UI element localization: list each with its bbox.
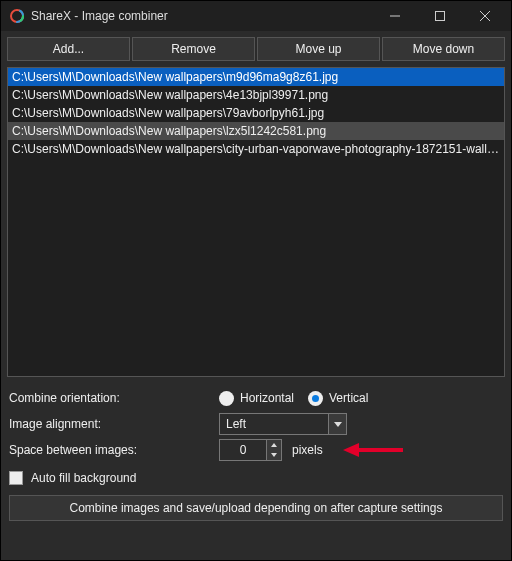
radio-label: Vertical <box>329 391 368 405</box>
annotation-arrow-icon <box>343 440 403 460</box>
radio-label: Horizontal <box>240 391 294 405</box>
checkbox-icon <box>9 471 23 485</box>
minimize-button[interactable] <box>372 1 417 31</box>
window-title: ShareX - Image combiner <box>31 9 372 23</box>
list-item[interactable]: C:\Users\M\Downloads\New wallpapers\m9d9… <box>8 68 504 86</box>
move-down-button[interactable]: Move down <box>382 37 505 61</box>
move-up-button[interactable]: Move up <box>257 37 380 61</box>
orientation-vertical-radio[interactable]: Vertical <box>308 391 368 406</box>
list-item[interactable]: C:\Users\M\Downloads\New wallpapers\lzx5… <box>8 122 504 140</box>
autofill-label: Auto fill background <box>31 471 136 485</box>
orientation-label: Combine orientation: <box>9 391 219 405</box>
svg-rect-4 <box>435 12 444 21</box>
remove-button[interactable]: Remove <box>132 37 255 61</box>
alignment-value: Left <box>219 413 329 435</box>
controls-panel: Combine orientation: Horizontal Vertical… <box>1 383 511 529</box>
autofill-checkbox[interactable]: Auto fill background <box>9 471 503 485</box>
spin-up-button[interactable] <box>267 440 281 450</box>
alignment-select[interactable]: Left <box>219 413 347 435</box>
spacing-value[interactable]: 0 <box>219 439 267 461</box>
file-list[interactable]: C:\Users\M\Downloads\New wallpapers\m9d9… <box>7 67 505 377</box>
combine-button[interactable]: Combine images and save/upload depending… <box>9 495 503 521</box>
add-button[interactable]: Add... <box>7 37 130 61</box>
list-item[interactable]: C:\Users\M\Downloads\New wallpapers\city… <box>8 140 504 158</box>
window: ShareX - Image combiner Add... Remove Mo… <box>0 0 512 561</box>
spin-down-button[interactable] <box>267 450 281 460</box>
list-item[interactable]: C:\Users\M\Downloads\New wallpapers\79av… <box>8 104 504 122</box>
spacing-label: Space between images: <box>9 443 219 457</box>
svg-marker-8 <box>343 443 359 457</box>
spacing-unit: pixels <box>292 443 323 457</box>
orientation-horizontal-radio[interactable]: Horizontal <box>219 391 294 406</box>
alignment-label: Image alignment: <box>9 417 219 431</box>
radio-icon <box>219 391 234 406</box>
titlebar: ShareX - Image combiner <box>1 1 511 31</box>
toolbar: Add... Remove Move up Move down <box>1 31 511 65</box>
close-button[interactable] <box>462 1 507 31</box>
window-controls <box>372 1 507 31</box>
radio-icon <box>308 391 323 406</box>
sharex-app-icon <box>9 8 25 24</box>
maximize-button[interactable] <box>417 1 462 31</box>
list-item[interactable]: C:\Users\M\Downloads\New wallpapers\4e13… <box>8 86 504 104</box>
spacing-input[interactable]: 0 <box>219 439 282 461</box>
chevron-down-icon[interactable] <box>329 413 347 435</box>
